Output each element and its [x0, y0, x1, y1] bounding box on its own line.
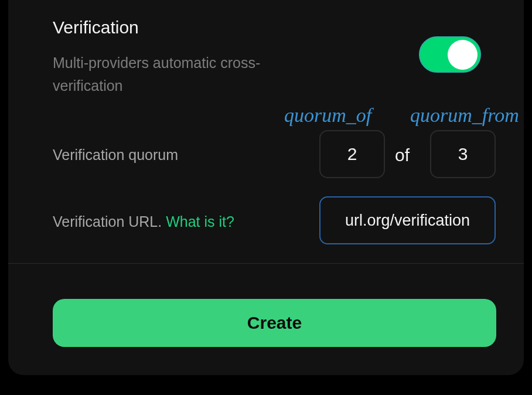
verification-title: Verification: [53, 18, 139, 38]
what-is-it-link[interactable]: What is it?: [166, 213, 234, 230]
annotation-quorum-from: quorum_from: [410, 104, 519, 127]
toggle-knob: [448, 40, 478, 70]
verification-toggle[interactable]: [419, 36, 481, 73]
section-divider: [8, 263, 524, 264]
quorum-of-input[interactable]: [319, 130, 385, 178]
verification-url-label: Verification URL.: [53, 213, 166, 230]
quorum-label: Verification quorum: [53, 147, 178, 164]
annotation-quorum-of: quorum_of: [284, 104, 371, 127]
url-label-row: Verification URL. What is it?: [53, 213, 234, 230]
verification-subtitle: Multi-providers automatic cross-verifica…: [53, 52, 287, 97]
create-button[interactable]: Create: [53, 299, 496, 347]
verification-url-input[interactable]: [319, 196, 496, 244]
quorum-of-text: of: [395, 145, 410, 165]
settings-panel: Verification Multi-providers automatic c…: [8, 0, 524, 375]
quorum-from-input[interactable]: [430, 130, 496, 178]
